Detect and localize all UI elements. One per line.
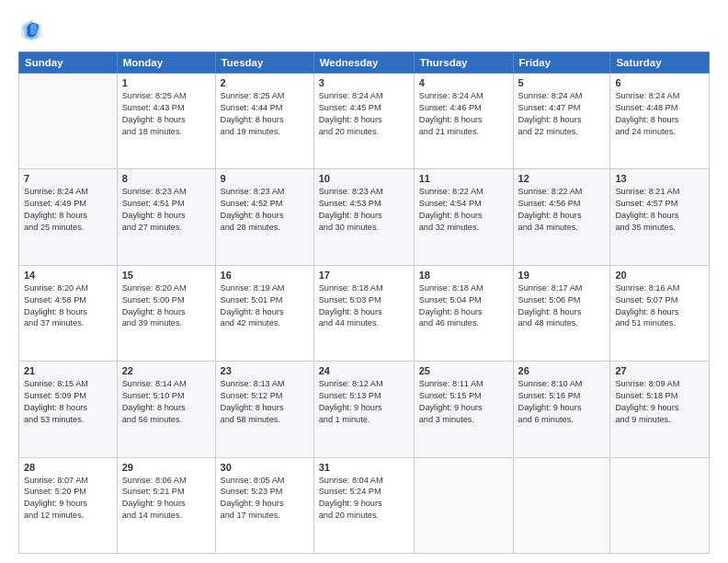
page: SundayMondayTuesdayWednesdayThursdayFrid… (0, 0, 728, 563)
week-row-2: 7Sunrise: 8:24 AM Sunset: 4:49 PM Daylig… (19, 169, 710, 265)
calendar-cell: 19Sunrise: 8:17 AM Sunset: 5:06 PM Dayli… (513, 265, 610, 361)
day-info: Sunrise: 8:23 AM Sunset: 4:52 PM Dayligh… (221, 186, 309, 234)
calendar-cell: 4Sunrise: 8:24 AM Sunset: 4:46 PM Daylig… (414, 74, 513, 169)
day-number: 1 (122, 77, 210, 88)
day-info: Sunrise: 8:19 AM Sunset: 5:01 PM Dayligh… (221, 282, 309, 330)
calendar-cell: 11Sunrise: 8:22 AM Sunset: 4:54 PM Dayli… (414, 169, 513, 265)
day-number: 2 (221, 77, 309, 88)
day-info: Sunrise: 8:23 AM Sunset: 4:51 PM Dayligh… (122, 186, 210, 234)
day-info: Sunrise: 8:05 AM Sunset: 5:23 PM Dayligh… (221, 475, 309, 523)
day-info: Sunrise: 8:18 AM Sunset: 5:03 PM Dayligh… (319, 282, 409, 330)
day-info: Sunrise: 8:12 AM Sunset: 5:13 PM Dayligh… (319, 378, 409, 426)
header (18, 17, 710, 42)
day-info: Sunrise: 8:23 AM Sunset: 4:53 PM Dayligh… (319, 186, 409, 234)
day-info: Sunrise: 8:24 AM Sunset: 4:45 PM Dayligh… (319, 90, 409, 138)
day-info: Sunrise: 8:22 AM Sunset: 4:56 PM Dayligh… (518, 186, 606, 234)
day-info: Sunrise: 8:24 AM Sunset: 4:49 PM Dayligh… (24, 186, 112, 234)
day-number: 6 (615, 77, 704, 88)
calendar-cell (414, 457, 513, 553)
day-number: 19 (518, 270, 606, 281)
day-info: Sunrise: 8:10 AM Sunset: 5:16 PM Dayligh… (518, 378, 606, 426)
day-info: Sunrise: 8:25 AM Sunset: 4:44 PM Dayligh… (221, 90, 309, 138)
week-row-5: 28Sunrise: 8:07 AM Sunset: 5:20 PM Dayli… (19, 457, 710, 553)
day-number: 31 (319, 462, 409, 473)
logo (18, 17, 48, 42)
calendar-cell: 10Sunrise: 8:23 AM Sunset: 4:53 PM Dayli… (313, 169, 414, 265)
calendar-cell: 26Sunrise: 8:10 AM Sunset: 5:16 PM Dayli… (513, 362, 610, 457)
day-info: Sunrise: 8:09 AM Sunset: 5:18 PM Dayligh… (615, 378, 704, 426)
day-number: 28 (24, 462, 112, 473)
day-number: 7 (24, 173, 112, 184)
calendar-cell: 2Sunrise: 8:25 AM Sunset: 4:44 PM Daylig… (215, 74, 313, 169)
day-number: 17 (319, 270, 409, 281)
day-number: 26 (518, 365, 606, 376)
day-number: 13 (615, 173, 704, 184)
day-number: 24 (319, 365, 409, 376)
day-info: Sunrise: 8:24 AM Sunset: 4:46 PM Dayligh… (419, 90, 508, 138)
day-number: 3 (319, 77, 409, 88)
day-info: Sunrise: 8:25 AM Sunset: 4:43 PM Dayligh… (122, 90, 210, 138)
day-info: Sunrise: 8:17 AM Sunset: 5:06 PM Dayligh… (518, 282, 606, 330)
logo-icon (18, 17, 44, 42)
day-info: Sunrise: 8:15 AM Sunset: 5:09 PM Dayligh… (24, 378, 112, 426)
calendar-cell: 20Sunrise: 8:16 AM Sunset: 5:07 PM Dayli… (610, 265, 710, 361)
calendar-cell: 9Sunrise: 8:23 AM Sunset: 4:52 PM Daylig… (215, 169, 313, 265)
calendar-cell: 7Sunrise: 8:24 AM Sunset: 4:49 PM Daylig… (19, 169, 118, 265)
column-header-row: SundayMondayTuesdayWednesdayThursdayFrid… (19, 52, 710, 74)
calendar-cell: 13Sunrise: 8:21 AM Sunset: 4:57 PM Dayli… (610, 169, 710, 265)
day-info: Sunrise: 8:13 AM Sunset: 5:12 PM Dayligh… (221, 378, 309, 426)
col-header-friday: Friday (513, 52, 610, 74)
day-number: 14 (24, 270, 112, 281)
calendar-cell: 3Sunrise: 8:24 AM Sunset: 4:45 PM Daylig… (313, 74, 414, 169)
day-number: 16 (221, 270, 309, 281)
week-row-3: 14Sunrise: 8:20 AM Sunset: 4:58 PM Dayli… (19, 265, 710, 361)
week-row-1: 1Sunrise: 8:25 AM Sunset: 4:43 PM Daylig… (19, 74, 710, 169)
calendar-cell: 29Sunrise: 8:06 AM Sunset: 5:21 PM Dayli… (117, 457, 215, 553)
week-row-4: 21Sunrise: 8:15 AM Sunset: 5:09 PM Dayli… (19, 362, 710, 457)
calendar-cell: 1Sunrise: 8:25 AM Sunset: 4:43 PM Daylig… (117, 74, 215, 169)
day-info: Sunrise: 8:16 AM Sunset: 5:07 PM Dayligh… (615, 282, 704, 330)
calendar-cell: 23Sunrise: 8:13 AM Sunset: 5:12 PM Dayli… (215, 362, 313, 457)
calendar-cell: 15Sunrise: 8:20 AM Sunset: 5:00 PM Dayli… (117, 265, 215, 361)
calendar-cell (513, 457, 610, 553)
col-header-sunday: Sunday (19, 52, 118, 74)
calendar-cell: 22Sunrise: 8:14 AM Sunset: 5:10 PM Dayli… (117, 362, 215, 457)
calendar-cell (610, 457, 710, 553)
day-info: Sunrise: 8:21 AM Sunset: 4:57 PM Dayligh… (615, 186, 704, 234)
day-number: 18 (419, 270, 508, 281)
day-info: Sunrise: 8:11 AM Sunset: 5:15 PM Dayligh… (419, 378, 508, 426)
col-header-monday: Monday (117, 52, 215, 74)
calendar-cell: 12Sunrise: 8:22 AM Sunset: 4:56 PM Dayli… (513, 169, 610, 265)
day-info: Sunrise: 8:14 AM Sunset: 5:10 PM Dayligh… (122, 378, 210, 426)
day-number: 21 (24, 365, 112, 376)
day-number: 29 (122, 462, 210, 473)
calendar-cell: 28Sunrise: 8:07 AM Sunset: 5:20 PM Dayli… (19, 457, 118, 553)
day-number: 25 (419, 365, 508, 376)
calendar-cell: 14Sunrise: 8:20 AM Sunset: 4:58 PM Dayli… (19, 265, 118, 361)
calendar-cell: 30Sunrise: 8:05 AM Sunset: 5:23 PM Dayli… (215, 457, 313, 553)
day-info: Sunrise: 8:20 AM Sunset: 4:58 PM Dayligh… (24, 282, 112, 330)
day-number: 10 (319, 173, 409, 184)
calendar-cell: 8Sunrise: 8:23 AM Sunset: 4:51 PM Daylig… (117, 169, 215, 265)
day-number: 4 (419, 77, 508, 88)
day-number: 27 (615, 365, 704, 376)
day-number: 8 (122, 173, 210, 184)
col-header-wednesday: Wednesday (313, 52, 414, 74)
calendar-cell: 25Sunrise: 8:11 AM Sunset: 5:15 PM Dayli… (414, 362, 513, 457)
calendar-cell: 27Sunrise: 8:09 AM Sunset: 5:18 PM Dayli… (610, 362, 710, 457)
day-info: Sunrise: 8:24 AM Sunset: 4:48 PM Dayligh… (615, 90, 704, 138)
col-header-tuesday: Tuesday (215, 52, 313, 74)
day-info: Sunrise: 8:20 AM Sunset: 5:00 PM Dayligh… (122, 282, 210, 330)
calendar-cell: 21Sunrise: 8:15 AM Sunset: 5:09 PM Dayli… (19, 362, 118, 457)
calendar-cell: 6Sunrise: 8:24 AM Sunset: 4:48 PM Daylig… (610, 74, 710, 169)
day-number: 9 (221, 173, 309, 184)
calendar-cell: 17Sunrise: 8:18 AM Sunset: 5:03 PM Dayli… (313, 265, 414, 361)
day-info: Sunrise: 8:18 AM Sunset: 5:04 PM Dayligh… (419, 282, 508, 330)
day-number: 22 (122, 365, 210, 376)
day-number: 23 (221, 365, 309, 376)
day-info: Sunrise: 8:06 AM Sunset: 5:21 PM Dayligh… (122, 475, 210, 523)
col-header-saturday: Saturday (610, 52, 710, 74)
day-info: Sunrise: 8:07 AM Sunset: 5:20 PM Dayligh… (24, 475, 112, 523)
day-info: Sunrise: 8:24 AM Sunset: 4:47 PM Dayligh… (518, 90, 606, 138)
calendar-cell: 5Sunrise: 8:24 AM Sunset: 4:47 PM Daylig… (513, 74, 610, 169)
